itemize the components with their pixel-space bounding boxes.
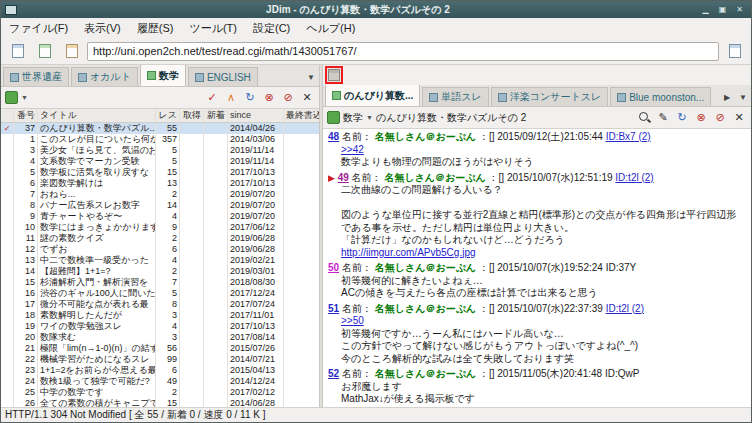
thread-list-row[interactable]: 6 楽図数学解けは 13 2017/10/13 bbox=[1, 178, 319, 189]
column-since[interactable]: since bbox=[228, 109, 284, 122]
thread-list-row[interactable]: 15 杉浦解析入門・解析演習を 7 2018/08/30 bbox=[1, 277, 319, 288]
post-anchor-link[interactable]: >>50 bbox=[328, 315, 746, 328]
post-id[interactable]: ID:t2l (2) bbox=[615, 172, 653, 183]
post-number[interactable]: 50 bbox=[328, 262, 339, 273]
post-author[interactable]: 名無しさん＠おーぷん bbox=[375, 303, 476, 314]
column-acquired[interactable]: 取得 bbox=[180, 109, 204, 122]
column-new[interactable]: 新着 bbox=[204, 109, 228, 122]
post-id[interactable]: ID:37Y bbox=[606, 262, 637, 273]
favorites-button[interactable] bbox=[33, 41, 56, 62]
menu-item[interactable]: ツール(T) bbox=[181, 18, 245, 39]
minimize-button[interactable]: ▁ bbox=[698, 3, 713, 16]
column-last-write[interactable]: 最終書込 bbox=[284, 109, 319, 122]
thread-list-row[interactable]: 22 機械学習がためになるスレ 99 2014/07/21 bbox=[1, 354, 319, 365]
menu-item[interactable]: 表示(V) bbox=[76, 18, 129, 39]
thread-list-row[interactable]: 1 このスレが目についたら何か 357 2014/03/06 bbox=[1, 134, 319, 145]
delete-thread-icon[interactable]: ⊗ bbox=[693, 110, 709, 126]
url-input[interactable] bbox=[87, 42, 719, 61]
thread-list-row[interactable]: 24 数検1級って独学で可能だ? 49 2014/12/24 bbox=[1, 376, 319, 387]
post-author[interactable]: 名無しさん＠おーぷん bbox=[375, 368, 476, 379]
thread-list-row[interactable]: 3 美少女「ほら見て、気温のお」 5 2019/11/14 bbox=[1, 145, 319, 156]
sidebar-toggle-icon[interactable] bbox=[328, 69, 340, 81]
post-author[interactable]: 名無しさん＠おーぷん bbox=[384, 172, 485, 183]
post-number[interactable]: 48 bbox=[328, 131, 339, 142]
thread-list-row[interactable]: 26 全ての素数の積がキャニプで... 15 2014/06/28 bbox=[1, 398, 319, 407]
row-res-count: 15 bbox=[156, 398, 180, 407]
post-link[interactable]: http://iimgur.com/APvb5Cg.jpg bbox=[328, 247, 746, 260]
open-url-button[interactable] bbox=[723, 41, 746, 62]
maximize-button[interactable]: ▣ bbox=[715, 3, 730, 16]
thread-list-row[interactable]: 13 中二で数検準一級受かった 4 2019/02/21 bbox=[1, 255, 319, 266]
board-tab[interactable]: 世界遺産 bbox=[3, 67, 69, 86]
close-tab-icon[interactable]: ✕ bbox=[299, 90, 315, 106]
post-id[interactable]: ID:Bx7 (2) bbox=[606, 131, 651, 142]
board-list-button[interactable] bbox=[6, 41, 29, 62]
column-title[interactable]: タイトル bbox=[38, 109, 156, 122]
thread-list-row[interactable]: 11 謎の素数クイズ 2 2019/06/28 bbox=[1, 233, 319, 244]
board-tab[interactable]: ENGLISH bbox=[188, 67, 258, 86]
scroll-top-icon[interactable]: ∧ bbox=[223, 90, 239, 106]
row-res-count: 3 bbox=[156, 332, 180, 343]
thread-list-row[interactable]: 4 文系数学でマーカン受験 5 2019/11/14 bbox=[1, 156, 319, 167]
thread-list-row[interactable]: 9 青チャートやるぞ〜 4 2019/07/20 bbox=[1, 211, 319, 222]
post-number[interactable]: 52 bbox=[328, 368, 339, 379]
check-update-icon[interactable]: ✓ bbox=[204, 90, 220, 106]
write-post-icon[interactable]: ✎ bbox=[655, 110, 671, 126]
thread-list-row[interactable]: 23 1+1=2をお前らが今思える最も 6 2015/04/13 bbox=[1, 365, 319, 376]
thread-list-row[interactable]: 16 渋谷のギャル100人に聞いた 5 2017/12/24 bbox=[1, 288, 319, 299]
thread-tab[interactable]: のんびり算数... bbox=[325, 85, 420, 106]
thread-list-row[interactable]: 25 中学の数学です 2 2017/02/12 bbox=[1, 387, 319, 398]
thread-title: のんびり算数・数学パズルその 2 bbox=[376, 111, 526, 125]
thread-list-row[interactable]: 17 微分不可能な点が表れる最 8 2017/07/24 bbox=[1, 299, 319, 310]
reload-thread-icon[interactable]: ↻ bbox=[674, 110, 690, 126]
post-number[interactable]: 49 bbox=[338, 172, 349, 183]
board-tab-icon bbox=[195, 73, 204, 82]
thread-list-row[interactable]: 8 バナー広告系スレお数字 14 2019/07/20 bbox=[1, 200, 319, 211]
board-label[interactable]: 数学 bbox=[343, 111, 363, 125]
board-tab-list-button[interactable]: ▼ bbox=[303, 68, 319, 86]
search-icon[interactable] bbox=[636, 110, 652, 126]
thread-view-button[interactable] bbox=[60, 41, 83, 62]
thread-tab[interactable]: 単語スレ bbox=[422, 87, 488, 106]
titlebar[interactable]: JDim - のんびり算数・数学パズルその 2 ▁ ▣ ✕ bbox=[1, 1, 751, 18]
thread-list-row[interactable]: 19 ワイの数学勉強スレ 4 2017/10/13 bbox=[1, 321, 319, 332]
stop-thread-icon[interactable]: ⊘ bbox=[712, 110, 728, 126]
thread-tab[interactable]: Blue moonston... bbox=[610, 87, 711, 106]
thread-tab-list-button[interactable]: ▼ bbox=[735, 88, 751, 106]
board-dropdown-icon[interactable]: ▼ bbox=[366, 114, 373, 121]
post-author[interactable]: 名無しさん＠おーぷん bbox=[375, 262, 476, 273]
close-window-button[interactable]: ✕ bbox=[732, 3, 747, 16]
tab-scroll-right-button[interactable]: ▶ bbox=[719, 88, 735, 106]
board-tab[interactable]: オカルト bbox=[71, 67, 138, 86]
post-anchor-link[interactable]: >>42 bbox=[328, 144, 746, 157]
thread-list-row[interactable]: 10 数学にはまっきょかかります 9 2017/06/12 bbox=[1, 222, 319, 233]
reload-list-icon[interactable]: ↻ bbox=[242, 90, 258, 106]
board-menu-icon[interactable] bbox=[5, 91, 18, 104]
menu-item[interactable]: 設定(C) bbox=[245, 18, 298, 39]
column-res[interactable]: レス bbox=[156, 109, 180, 122]
menu-item[interactable]: 履歴(S) bbox=[129, 18, 182, 39]
board-menu-dropdown-icon[interactable]: ▼ bbox=[21, 94, 28, 101]
thread-menu-icon[interactable] bbox=[327, 111, 340, 124]
thread-list-row[interactable]: ✓ 37 のんびり算数・数学パズル... 55 2014/04/26 bbox=[1, 123, 319, 134]
menu-item[interactable]: ヘルプ(H) bbox=[298, 18, 363, 39]
thread-list-row[interactable]: 5 数学板に活気を取り戻すな 15 2017/10/13 bbox=[1, 167, 319, 178]
post-id[interactable]: ID:t2l (2) bbox=[606, 303, 644, 314]
column-number[interactable]: 番号 bbox=[14, 109, 38, 122]
thread-list-row[interactable]: 7 おねら... 2 2019/07/20 bbox=[1, 189, 319, 200]
thread-list-row[interactable]: 21 極限「lim(n→1-0)(n)」の結ず 56 2015/07/26 bbox=[1, 343, 319, 354]
board-tab[interactable]: 数学 bbox=[140, 65, 186, 86]
thread-list-row[interactable]: 20 数隊求む 3 2017/08/14 bbox=[1, 332, 319, 343]
thread-list-row[interactable]: 14 【超難問】1+1=? 2 2019/03/01 bbox=[1, 266, 319, 277]
row-last-write bbox=[284, 277, 319, 288]
post-number[interactable]: 51 bbox=[328, 303, 339, 314]
thread-list-row[interactable]: 12 でずお 6 2019/06/28 bbox=[1, 244, 319, 255]
menu-item[interactable]: ファイル(F) bbox=[1, 18, 76, 39]
thread-tab[interactable]: 洋楽コンサートスレ bbox=[491, 87, 608, 106]
post-id[interactable]: ID:QwP bbox=[605, 368, 639, 379]
stop-load-icon[interactable]: ⊘ bbox=[280, 90, 296, 106]
close-thread-icon[interactable]: ✕ bbox=[731, 110, 747, 126]
delete-log-icon[interactable]: ⊗ bbox=[261, 90, 277, 106]
thread-list-row[interactable]: 18 素数解明したんだが 3 2017/11/01 bbox=[1, 310, 319, 321]
post-author[interactable]: 名無しさん＠おーぷん bbox=[375, 131, 476, 142]
